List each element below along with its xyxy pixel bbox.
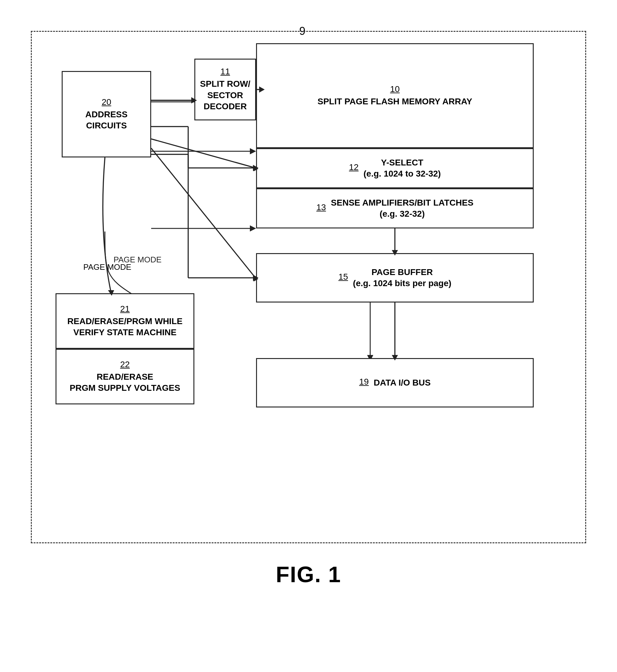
block-22-number: 22: [120, 360, 130, 369]
block-22: 22 READ/ERASEPRGM SUPPLY VOLTAGES: [55, 349, 194, 404]
block-12: 12 Y-SELECT(e.g. 1024 to 32-32): [256, 148, 534, 188]
block-15-number: 15: [339, 272, 348, 282]
block-12-number: 12: [349, 162, 359, 172]
diagram-container: 9 10 SPLIT PAGE FLASH MEMORY ARRAY 11: [31, 18, 586, 543]
block-22-label: READ/ERASEPRGM SUPPLY VOLTAGES: [70, 371, 180, 394]
block-21-number: 21: [120, 304, 130, 314]
block-13-label: SENSE AMPLIFIERS/BIT LATCHES(e.g. 32-32): [331, 197, 473, 220]
block-21: 21 READ/ERASE/PRGM WHILEVERIFY STATE MAC…: [55, 293, 194, 349]
block-11-label: SPLIT ROW/SECTORDECODER: [200, 78, 250, 112]
block-10: 10 SPLIT PAGE FLASH MEMORY ARRAY: [256, 43, 534, 148]
page-mode-label: PAGE MODE: [83, 263, 132, 272]
block-15: 15 PAGE BUFFER(e.g. 1024 bits per page): [256, 253, 534, 303]
block-15-label: PAGE BUFFER(e.g. 1024 bits per page): [353, 267, 451, 289]
block-11: 11 SPLIT ROW/SECTORDECODER: [194, 59, 256, 120]
block-20-label: ADDRESSCIRCUITS: [85, 109, 128, 132]
block-10-number: 10: [390, 84, 400, 94]
block-12-label: Y-SELECT(e.g. 1024 to 32-32): [363, 157, 441, 180]
block-13-number: 13: [316, 202, 326, 212]
block-10-label: SPLIT PAGE FLASH MEMORY ARRAY: [318, 96, 472, 107]
block-20-number: 20: [101, 97, 111, 107]
block-13: 13 SENSE AMPLIFIERS/BIT LATCHES(e.g. 32-…: [256, 188, 534, 228]
block-19-number: 19: [359, 377, 369, 387]
figure-caption: FIG. 1: [276, 562, 341, 587]
block-20: 20 ADDRESSCIRCUITS: [62, 71, 151, 157]
block-21-label: READ/ERASE/PRGM WHILEVERIFY STATE MACHIN…: [67, 316, 182, 338]
block-19-label: DATA I/O BUS: [374, 377, 431, 388]
block-11-number: 11: [220, 67, 230, 76]
block-19: 19 DATA I/O BUS: [256, 358, 534, 407]
